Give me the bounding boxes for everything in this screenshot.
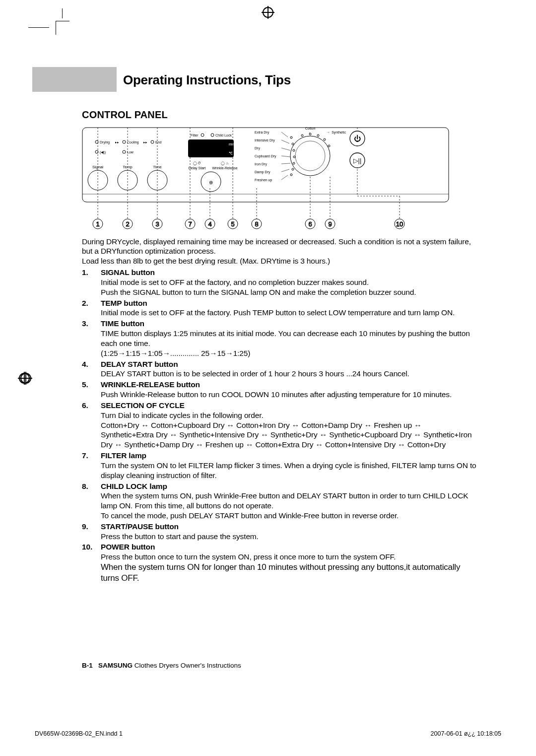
display-min: min — [229, 142, 234, 146]
item-title: SELECTION OF CYCLE — [101, 401, 185, 410]
registration-mark-icon — [20, 373, 31, 384]
callout-9: 9 — [328, 220, 332, 228]
svg-point-12 — [201, 134, 204, 137]
item-desc: Turn Dial to indicate cycles in the foll… — [101, 411, 476, 450]
svg-point-25 — [293, 149, 295, 151]
svg-line-21 — [281, 169, 289, 172]
item-child-lock-lamp: CHILD LOCK lamp When the system turns ON… — [82, 481, 476, 521]
control-panel-diagram: Drying ▸▸ Cooling ▸▸ End (◀)) Low Signal… — [82, 125, 449, 234]
item-desc: Initial mode is set to OFF at the factor… — [101, 308, 476, 318]
dial-level-iron-dry: Iron Dry — [255, 162, 267, 166]
print-file: DV665W-02369B-02_EN.indd 1 — [35, 730, 123, 737]
footer-page: B-1 — [82, 662, 93, 669]
svg-point-32 — [290, 136, 330, 176]
item-wrinkle-release: WRINKLE-RELEASE button Push Wrinkle-Rele… — [82, 380, 476, 400]
drying-indicator-label: Drying — [100, 140, 110, 144]
svg-text:▸▸: ▸▸ — [115, 140, 119, 144]
item-desc: Turn the system ON to let FILTER lamp fl… — [101, 461, 476, 481]
wrinkle-release-label: Wrinkle-Release — [212, 166, 237, 170]
callout-8: 8 — [255, 220, 258, 228]
item-title: DELAY START button — [101, 360, 178, 368]
callout-1: 1 — [96, 220, 99, 228]
intro-paragraph-1: During DRYcycle, displayed remaining tim… — [82, 237, 476, 256]
item-filter-lamp: FILTER lamp Turn the system ON to let FI… — [82, 451, 476, 480]
sound-indicator-icon: (◀)) — [100, 150, 106, 154]
instruction-list: SIGNAL button Initial mode is set to OFF… — [82, 268, 476, 584]
callout-7: 7 — [188, 220, 192, 228]
item-signal: SIGNAL button Initial mode is set to OFF… — [82, 268, 476, 297]
dial-level-freshen-up: Freshen up — [255, 178, 272, 182]
item-desc: DELAY START button is to be selected in … — [101, 369, 476, 379]
item-time: TIME button TIME button displays 1:25 mi… — [82, 319, 476, 358]
item-start-pause: START/PAUSE button Press the button to s… — [82, 522, 476, 542]
item-desc: Push Wrinkle-Release button to run COOL … — [101, 390, 476, 400]
power-icon: ⏻ — [354, 135, 361, 142]
lock-icon: ⊕ — [209, 180, 213, 185]
end-indicator-label: End — [155, 140, 162, 144]
svg-point-38 — [328, 145, 330, 147]
svg-point-6 — [151, 140, 154, 143]
display-digits: 88:88 — [191, 144, 223, 155]
dial-level-cupboard-dry: Cupboard Dry — [255, 154, 276, 158]
section-heading: CONTROL PANEL — [82, 109, 504, 121]
callout-4: 4 — [208, 220, 211, 228]
page-footer: B-1 SAMSUNG Clothes Dryers Owner's Instr… — [82, 662, 241, 669]
item-title: CHILD LOCK lamp — [101, 482, 167, 490]
svg-point-13 — [211, 134, 214, 137]
item-delay-start: DELAY START button DELAY START button is… — [82, 359, 476, 379]
item-desc: Press the button to start and pause the … — [101, 532, 476, 542]
item-desc: Press the button once to turn the system… — [101, 552, 476, 562]
title-bar: Operating Instructions, Tips — [32, 67, 504, 93]
item-temp: TEMP button Initial mode is set to OFF a… — [82, 298, 476, 318]
footer-rest: Clothes Dryers Owner's Instructions — [133, 662, 241, 669]
page: Operating Instructions, Tips CONTROL PAN… — [32, 15, 504, 716]
intro-paragraph-2: Load less than 8lb to get the best dryin… — [82, 256, 476, 266]
svg-point-8 — [123, 150, 126, 153]
low-indicator-label: Low — [127, 150, 134, 154]
callout-6: 6 — [308, 220, 312, 228]
dial-level-intensive-dry: Intensive Dry — [255, 138, 275, 142]
item-title: TIME button — [101, 319, 144, 328]
svg-point-37 — [324, 138, 326, 140]
svg-line-17 — [281, 140, 289, 143]
svg-point-23 — [290, 137, 292, 138]
svg-point-26 — [293, 156, 295, 158]
item-title: WRINKLE-RELEASE button — [101, 380, 200, 389]
title-accent — [32, 67, 117, 92]
dial-top-cotton: Cotton — [305, 127, 316, 130]
filter-lamp-label: Filter — [191, 134, 199, 137]
svg-line-19 — [281, 156, 290, 157]
wrinkle-release-icon: ◯ ♨ — [221, 161, 229, 165]
dial-level-dry: Dry — [255, 146, 260, 150]
svg-point-4 — [123, 140, 126, 143]
callout-10: 10 — [396, 220, 403, 228]
svg-point-34 — [301, 135, 303, 137]
svg-point-28 — [292, 168, 294, 170]
callout-2: 2 — [126, 220, 129, 228]
svg-point-33 — [295, 141, 325, 171]
callout-5: 5 — [231, 220, 234, 228]
item-title: TEMP button — [101, 299, 147, 307]
print-footer: DV665W-02369B-02_EN.indd 1 2007-06-01 ø¿… — [35, 730, 501, 737]
svg-line-18 — [281, 148, 290, 150]
print-stamp: 2007-06-01 ø¿¿ 10:18:05 — [431, 730, 501, 737]
dial-level-extra-dry: Extra Dry — [255, 131, 269, 135]
dial-top-synthetic: Synthetic — [332, 131, 346, 135]
cooling-indicator-label: Cooling — [127, 140, 139, 144]
item-note: When the system turns ON for longer than… — [101, 562, 476, 584]
svg-text:→: → — [327, 131, 330, 134]
callout-3: 3 — [155, 220, 159, 228]
item-title: POWER button — [101, 543, 155, 551]
item-title: FILTER lamp — [101, 451, 146, 460]
item-title: START/PAUSE button — [101, 522, 179, 531]
child-lock-lamp-label: Child Lock — [215, 134, 232, 137]
page-title: Operating Instructions, Tips — [117, 67, 301, 93]
item-desc: TIME button displays 1:25 minutes at its… — [101, 329, 476, 358]
item-power: POWER button Press the button once to tu… — [82, 542, 476, 584]
svg-line-20 — [281, 163, 290, 164]
svg-text:▸▸: ▸▸ — [143, 140, 147, 144]
dial-level-damp-dry: Damp Dry — [255, 170, 270, 174]
item-selection-of-cycle: SELECTION OF CYCLE Turn Dial to indicate… — [82, 401, 476, 450]
svg-point-29 — [290, 174, 292, 176]
item-desc: When the system turns ON, push Wrinkle-F… — [101, 491, 476, 520]
